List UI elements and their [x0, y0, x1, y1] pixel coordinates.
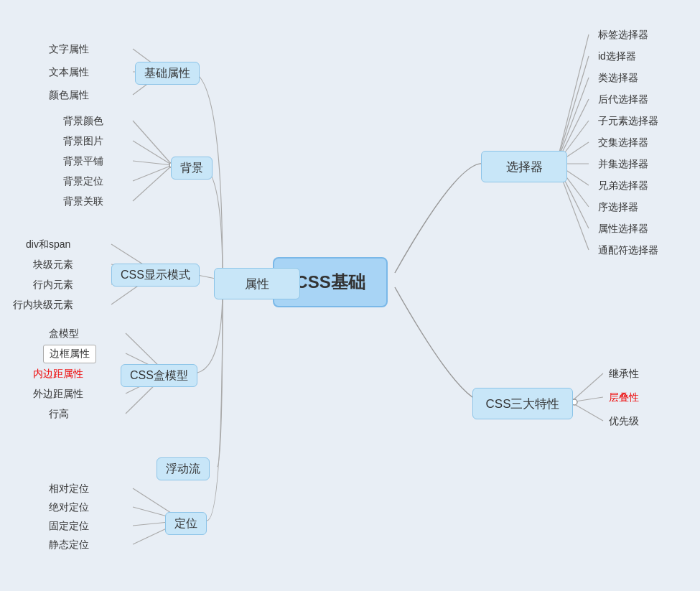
node-外边距属性: 外边距属性	[27, 385, 89, 404]
node-绝对定位: 绝对定位	[43, 498, 95, 517]
node-内边距属性: 内边距属性	[27, 365, 89, 383]
node-背景图片: 背景图片	[57, 132, 109, 151]
node-兄弟选择器: 兄弟选择器	[592, 177, 654, 195]
node-盒模型: 盒模型	[43, 325, 85, 343]
node-属性: 属性	[214, 268, 300, 299]
node-背景: 背景	[171, 157, 213, 180]
node-背景平铺: 背景平铺	[57, 152, 109, 171]
node-固定定位: 固定定位	[43, 517, 95, 536]
node-交集选择器: 交集选择器	[592, 134, 654, 152]
node-行内元素: 行内元素	[27, 276, 79, 294]
node-子元素选择器: 子元素选择器	[592, 112, 664, 131]
node-属性选择器: 属性选择器	[592, 220, 654, 238]
node-背景颜色: 背景颜色	[57, 112, 109, 131]
node-选择器: 选择器	[481, 151, 567, 182]
node-层叠性: 层叠性	[603, 388, 645, 407]
node-基础属性: 基础属性	[135, 62, 200, 85]
node-相对定位: 相对定位	[43, 480, 95, 498]
node-颜色属性: 颜色属性	[43, 86, 95, 105]
node-css-box: CSS盒模型	[121, 364, 197, 387]
node-序选择器: 序选择器	[592, 198, 644, 217]
node-定位: 定位	[165, 512, 207, 535]
node-继承性: 继承性	[603, 365, 645, 383]
node-并集选择器: 并集选择器	[592, 155, 654, 174]
node-块级元素: 块级元素	[27, 256, 79, 274]
node-优先级: 优先级	[603, 412, 645, 431]
node-静态定位: 静态定位	[43, 536, 95, 554]
node-通配符选择器: 通配符选择器	[592, 241, 664, 260]
node-行内块级元素: 行内块级元素	[7, 296, 79, 315]
node-后代选择器: 后代选择器	[592, 90, 654, 109]
node-css-display: CSS显示模式	[111, 264, 200, 287]
node-id选择器: id选择器	[592, 47, 642, 66]
node-css-three: CSS三大特性	[472, 388, 573, 419]
node-类选择器: 类选择器	[592, 69, 644, 88]
node-行高: 行高	[43, 405, 75, 424]
node-边框属性: 边框属性	[43, 345, 96, 363]
node-文本属性: 文本属性	[43, 63, 95, 82]
node-标签选择器: 标签选择器	[592, 26, 654, 45]
node-背景关联: 背景关联	[57, 192, 109, 211]
node-浮动流: 浮动流	[157, 457, 210, 480]
node-文字属性: 文字属性	[43, 40, 95, 59]
node-背景定位: 背景定位	[57, 172, 109, 191]
node-div和span: div和span	[20, 236, 76, 254]
